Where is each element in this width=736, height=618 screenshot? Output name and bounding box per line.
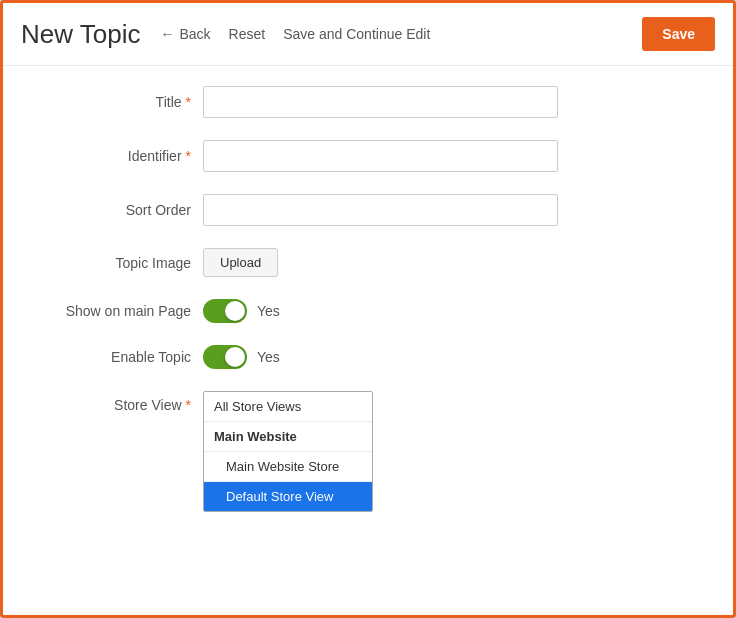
store-option[interactable]: All Store Views (204, 392, 372, 422)
back-button[interactable]: ← Back (160, 26, 210, 42)
store-view-row: Store View* All Store ViewsMain WebsiteM… (43, 391, 693, 512)
back-label: Back (179, 26, 210, 42)
identifier-required: * (186, 148, 191, 164)
store-view-select[interactable]: All Store ViewsMain WebsiteMain Website … (203, 391, 373, 512)
topic-image-label: Topic Image (43, 255, 203, 271)
header-actions: ← Back Reset Save and Continue Edit Save (160, 17, 715, 51)
store-option[interactable]: Main Website Store (204, 452, 372, 482)
sort-order-row: Sort Order (43, 194, 693, 226)
upload-button[interactable]: Upload (203, 248, 278, 277)
identifier-label: Identifier* (43, 148, 203, 164)
toggle-track (203, 299, 247, 323)
title-label: Title* (43, 94, 203, 110)
show-main-value: Yes (257, 303, 280, 319)
identifier-input[interactable] (203, 140, 558, 172)
header: New Topic ← Back Reset Save and Continue… (3, 3, 733, 66)
save-continue-button[interactable]: Save and Continue Edit (283, 26, 430, 42)
title-input[interactable] (203, 86, 558, 118)
store-view-required: * (186, 397, 191, 413)
enable-topic-toggle-wrapper: Yes (203, 345, 280, 369)
sort-order-input[interactable] (203, 194, 558, 226)
store-option[interactable]: Default Store View (204, 482, 372, 511)
main-content: Title* Identifier* Sort Order Topic Imag… (3, 66, 733, 615)
show-main-label: Show on main Page (43, 303, 203, 319)
back-arrow-icon: ← (160, 26, 174, 42)
page-container: New Topic ← Back Reset Save and Continue… (0, 0, 736, 618)
sort-order-label: Sort Order (43, 202, 203, 218)
toggle-thumb (225, 301, 245, 321)
reset-button[interactable]: Reset (229, 26, 266, 42)
enable-topic-label: Enable Topic (43, 349, 203, 365)
page-title: New Topic (21, 19, 140, 50)
title-row: Title* (43, 86, 693, 118)
identifier-row: Identifier* (43, 140, 693, 172)
show-main-toggle-wrapper: Yes (203, 299, 280, 323)
enable-topic-row: Enable Topic Yes (43, 345, 693, 369)
enable-topic-value: Yes (257, 349, 280, 365)
topic-image-row: Topic Image Upload (43, 248, 693, 277)
title-required: * (186, 94, 191, 110)
store-view-label: Store View* (43, 391, 203, 413)
show-main-toggle[interactable] (203, 299, 247, 323)
store-option[interactable]: Main Website (204, 422, 372, 452)
enable-toggle-thumb (225, 347, 245, 367)
save-button[interactable]: Save (642, 17, 715, 51)
enable-topic-toggle[interactable] (203, 345, 247, 369)
enable-toggle-track (203, 345, 247, 369)
show-main-row: Show on main Page Yes (43, 299, 693, 323)
